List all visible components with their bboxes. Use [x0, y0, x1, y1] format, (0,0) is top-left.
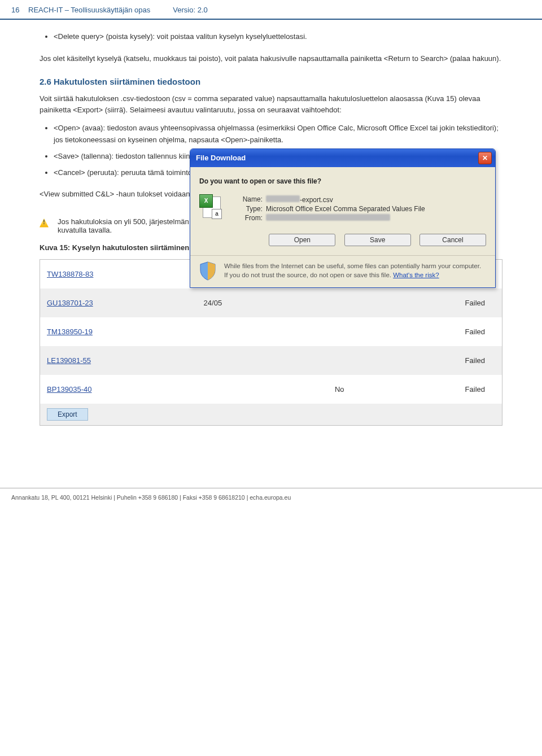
- page-number: 16: [11, 6, 28, 14]
- result-flag: [328, 346, 388, 375]
- figure-15: TW138878-83 24/05/2012 No Failed GU13870…: [40, 259, 502, 426]
- table-row: LE139081-55 Failed: [40, 346, 502, 375]
- result-status: Failed: [388, 346, 502, 375]
- name-value: -export.csv: [266, 195, 333, 204]
- top-bullets: <Delete query> (poista kysely): voit poi…: [54, 31, 502, 43]
- result-id-link[interactable]: BP139035-40: [47, 385, 92, 394]
- cancel-button[interactable]: Cancel: [419, 234, 486, 246]
- result-date: [197, 317, 328, 346]
- whats-the-risk-link[interactable]: What's the risk?: [393, 272, 439, 278]
- name-label: Name:: [232, 195, 263, 204]
- table-row: BP139035-40 No Failed: [40, 375, 502, 404]
- export-button[interactable]: Export: [47, 408, 88, 421]
- dialog-question: Do you want to open or save this file?: [199, 177, 486, 185]
- result-id-link[interactable]: LE139081-55: [47, 356, 91, 365]
- dialog-title: File Download: [196, 154, 246, 162]
- bullet-open: <Open> (avaa): tiedoston avaus yhteensop…: [54, 123, 502, 146]
- from-label: From:: [232, 214, 263, 222]
- section-intro: Voit siirtää hakutuloksen .csv-tiedostoo…: [40, 93, 502, 116]
- open-button[interactable]: Open: [269, 234, 335, 246]
- shield-icon: [199, 261, 216, 281]
- result-flag: No: [328, 375, 388, 404]
- return-to-search-para: Jos olet käsitellyt kyselyä (katselu, mu…: [40, 53, 502, 64]
- warning-icon: [40, 219, 49, 228]
- page-footer: Annankatu 18, PL 400, 00121 Helsinki | P…: [0, 488, 542, 506]
- result-flag: [328, 317, 388, 346]
- save-button[interactable]: Save: [344, 234, 411, 246]
- result-id-link[interactable]: TW138878-83: [47, 270, 93, 278]
- file-meta: Name: -export.csv Type: Microsoft Office…: [232, 194, 425, 224]
- result-id-link[interactable]: TM138950-19: [47, 327, 93, 336]
- bullet-delete-query: <Delete query> (poista kysely): voit poi…: [54, 31, 502, 43]
- dialog-titlebar[interactable]: File Download ✕: [190, 149, 495, 167]
- type-label: Type:: [232, 205, 263, 213]
- result-date: [197, 346, 328, 375]
- type-value: Microsoft Office Excel Comma Separated V…: [266, 205, 425, 213]
- result-flag: [328, 289, 388, 317]
- result-status: Failed: [388, 289, 502, 317]
- table-row: TM138950-19 Failed: [40, 317, 502, 346]
- close-icon[interactable]: ✕: [478, 152, 492, 164]
- export-row: Export: [40, 404, 502, 425]
- table-row: GU138701-23 24/05 Failed: [40, 289, 502, 317]
- dialog-warning: While files from the Internet can be use…: [199, 261, 486, 281]
- result-date: 24/05: [197, 289, 328, 317]
- section-heading: 2.6 Hakutulosten siirtäminen tiedostoon: [40, 77, 502, 86]
- page-header: 16 REACH-IT – Teollisuuskäyttäjän opas V…: [0, 0, 542, 20]
- file-type-icon: X a: [199, 194, 222, 219]
- dialog-buttons: Open Save Cancel: [199, 234, 486, 246]
- result-status: Failed: [388, 375, 502, 404]
- result-date: [197, 375, 328, 404]
- version-label: Versio: 2.0: [173, 6, 207, 14]
- from-value: [266, 214, 390, 222]
- doc-title: REACH-IT – Teollisuuskäyttäjän opas: [28, 6, 150, 14]
- file-download-dialog: File Download ✕ Do you want to open or s…: [190, 148, 496, 288]
- warning-text: While files from the Internet can be use…: [224, 263, 481, 278]
- result-status: Failed: [388, 317, 502, 346]
- result-id-link[interactable]: GU138701-23: [47, 299, 93, 307]
- page-content: <Delete query> (poista kysely): voit poi…: [0, 31, 542, 454]
